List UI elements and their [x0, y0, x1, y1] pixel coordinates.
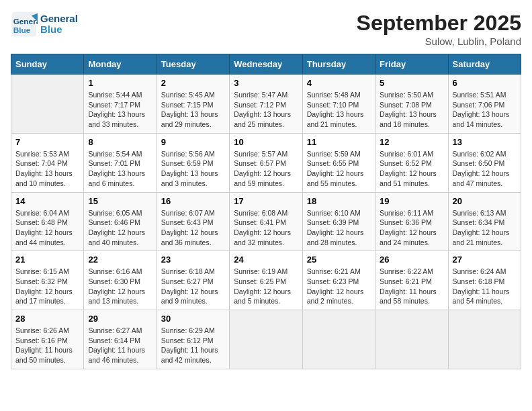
calendar-cell: 25Sunrise: 6:21 AM Sunset: 6:23 PM Dayli… — [302, 251, 375, 310]
day-info: Sunrise: 6:16 AM Sunset: 6:30 PM Dayligh… — [88, 267, 152, 306]
calendar-cell: 19Sunrise: 6:11 AM Sunset: 6:36 PM Dayli… — [375, 192, 448, 251]
day-number: 13 — [453, 137, 517, 147]
weekday-header-wednesday: Wednesday — [230, 54, 302, 75]
weekday-header-row: SundayMondayTuesdayWednesdayThursdayFrid… — [11, 54, 521, 75]
day-info: Sunrise: 6:15 AM Sunset: 6:32 PM Dayligh… — [15, 267, 79, 306]
calendar-cell: 21Sunrise: 6:15 AM Sunset: 6:32 PM Dayli… — [11, 251, 84, 310]
day-info: Sunrise: 6:10 AM Sunset: 6:39 PM Dayligh… — [307, 208, 371, 248]
calendar-cell: 2Sunrise: 5:45 AM Sunset: 7:15 PM Daylig… — [157, 75, 229, 134]
weekday-header-tuesday: Tuesday — [157, 54, 229, 75]
day-number: 26 — [380, 255, 443, 265]
day-info: Sunrise: 5:45 AM Sunset: 7:15 PM Dayligh… — [161, 90, 225, 130]
calendar-cell: 12Sunrise: 6:01 AM Sunset: 6:52 PM Dayli… — [375, 133, 448, 192]
day-number: 14 — [15, 196, 79, 206]
calendar-cell — [448, 310, 521, 369]
day-info: Sunrise: 5:57 AM Sunset: 6:57 PM Dayligh… — [234, 149, 298, 189]
calendar-cell: 15Sunrise: 6:05 AM Sunset: 6:46 PM Dayli… — [84, 192, 157, 251]
day-number: 22 — [88, 255, 152, 265]
calendar-cell: 22Sunrise: 6:16 AM Sunset: 6:30 PM Dayli… — [84, 251, 157, 310]
logo-text-line2: Blue — [40, 24, 78, 36]
day-info: Sunrise: 6:22 AM Sunset: 6:21 PM Dayligh… — [380, 267, 443, 306]
day-info: Sunrise: 6:01 AM Sunset: 6:52 PM Dayligh… — [380, 149, 443, 189]
calendar-cell: 11Sunrise: 5:59 AM Sunset: 6:55 PM Dayli… — [302, 133, 375, 192]
day-info: Sunrise: 6:26 AM Sunset: 6:16 PM Dayligh… — [15, 326, 79, 365]
day-info: Sunrise: 6:11 AM Sunset: 6:36 PM Dayligh… — [380, 208, 443, 248]
page-header: General Blue General Blue September 2025… — [11, 11, 521, 47]
day-number: 18 — [307, 196, 371, 206]
day-info: Sunrise: 6:18 AM Sunset: 6:27 PM Dayligh… — [161, 267, 225, 306]
day-info: Sunrise: 6:29 AM Sunset: 6:12 PM Dayligh… — [161, 326, 225, 365]
calendar-cell: 8Sunrise: 5:54 AM Sunset: 7:01 PM Daylig… — [84, 133, 157, 192]
day-number: 1 — [88, 78, 152, 88]
day-number: 21 — [15, 255, 79, 265]
calendar-cell — [230, 310, 302, 369]
day-number: 6 — [453, 78, 517, 88]
calendar-cell: 1Sunrise: 5:44 AM Sunset: 7:17 PM Daylig… — [84, 75, 157, 134]
calendar-cell: 14Sunrise: 6:04 AM Sunset: 6:48 PM Dayli… — [11, 192, 84, 251]
svg-text:Blue: Blue — [13, 26, 31, 35]
calendar-cell: 9Sunrise: 5:56 AM Sunset: 6:59 PM Daylig… — [157, 133, 229, 192]
day-info: Sunrise: 6:27 AM Sunset: 6:14 PM Dayligh… — [88, 326, 152, 365]
day-number: 4 — [307, 78, 371, 88]
day-info: Sunrise: 5:53 AM Sunset: 7:04 PM Dayligh… — [15, 149, 79, 189]
calendar-cell: 23Sunrise: 6:18 AM Sunset: 6:27 PM Dayli… — [157, 251, 229, 310]
logo: General Blue General Blue — [11, 11, 78, 38]
location: Sulow, Lublin, Poland — [357, 36, 521, 47]
day-info: Sunrise: 6:04 AM Sunset: 6:48 PM Dayligh… — [15, 208, 79, 248]
day-number: 2 — [161, 78, 225, 88]
day-info: Sunrise: 6:24 AM Sunset: 6:18 PM Dayligh… — [453, 267, 517, 306]
calendar-cell: 16Sunrise: 6:07 AM Sunset: 6:43 PM Dayli… — [157, 192, 229, 251]
calendar-cell: 20Sunrise: 6:13 AM Sunset: 6:34 PM Dayli… — [448, 192, 521, 251]
day-number: 30 — [161, 314, 225, 324]
calendar-cell: 6Sunrise: 5:51 AM Sunset: 7:06 PM Daylig… — [448, 75, 521, 134]
calendar-cell: 17Sunrise: 6:08 AM Sunset: 6:41 PM Dayli… — [230, 192, 302, 251]
calendar-cell: 5Sunrise: 5:50 AM Sunset: 7:08 PM Daylig… — [375, 75, 448, 134]
day-info: Sunrise: 5:50 AM Sunset: 7:08 PM Dayligh… — [380, 90, 443, 130]
day-info: Sunrise: 6:08 AM Sunset: 6:41 PM Dayligh… — [234, 208, 298, 248]
day-number: 25 — [307, 255, 371, 265]
title-block: September 2025 Sulow, Lublin, Poland — [357, 11, 521, 47]
day-number: 12 — [380, 137, 443, 147]
day-number: 19 — [380, 196, 443, 206]
day-number: 5 — [380, 78, 443, 88]
day-number: 24 — [234, 255, 298, 265]
calendar-cell: 13Sunrise: 6:02 AM Sunset: 6:50 PM Dayli… — [448, 133, 521, 192]
calendar-cell: 3Sunrise: 5:47 AM Sunset: 7:12 PM Daylig… — [230, 75, 302, 134]
weekday-header-sunday: Sunday — [11, 54, 84, 75]
week-row-3: 14Sunrise: 6:04 AM Sunset: 6:48 PM Dayli… — [11, 192, 521, 251]
day-number: 7 — [15, 137, 79, 147]
weekday-header-monday: Monday — [84, 54, 157, 75]
day-info: Sunrise: 5:54 AM Sunset: 7:01 PM Dayligh… — [88, 149, 152, 189]
day-info: Sunrise: 5:59 AM Sunset: 6:55 PM Dayligh… — [307, 149, 371, 189]
calendar-cell: 27Sunrise: 6:24 AM Sunset: 6:18 PM Dayli… — [448, 251, 521, 310]
day-info: Sunrise: 6:02 AM Sunset: 6:50 PM Dayligh… — [453, 149, 517, 189]
day-number: 15 — [88, 196, 152, 206]
day-info: Sunrise: 5:48 AM Sunset: 7:10 PM Dayligh… — [307, 90, 371, 130]
day-info: Sunrise: 6:13 AM Sunset: 6:34 PM Dayligh… — [453, 208, 517, 248]
calendar-cell: 10Sunrise: 5:57 AM Sunset: 6:57 PM Dayli… — [230, 133, 302, 192]
day-info: Sunrise: 6:19 AM Sunset: 6:25 PM Dayligh… — [234, 267, 298, 306]
day-number: 11 — [307, 137, 371, 147]
calendar-cell: 18Sunrise: 6:10 AM Sunset: 6:39 PM Dayli… — [302, 192, 375, 251]
calendar-cell — [375, 310, 448, 369]
week-row-4: 21Sunrise: 6:15 AM Sunset: 6:32 PM Dayli… — [11, 251, 521, 310]
logo-text-line1: General — [40, 13, 78, 25]
weekday-header-thursday: Thursday — [302, 54, 375, 75]
day-info: Sunrise: 6:21 AM Sunset: 6:23 PM Dayligh… — [307, 267, 371, 306]
day-info: Sunrise: 6:05 AM Sunset: 6:46 PM Dayligh… — [88, 208, 152, 248]
day-number: 10 — [234, 137, 298, 147]
calendar-cell: 7Sunrise: 5:53 AM Sunset: 7:04 PM Daylig… — [11, 133, 84, 192]
day-number: 28 — [15, 314, 79, 324]
calendar-cell: 28Sunrise: 6:26 AM Sunset: 6:16 PM Dayli… — [11, 310, 84, 369]
day-number: 8 — [88, 137, 152, 147]
day-number: 27 — [453, 255, 517, 265]
day-info: Sunrise: 6:07 AM Sunset: 6:43 PM Dayligh… — [161, 208, 225, 248]
day-info: Sunrise: 5:56 AM Sunset: 6:59 PM Dayligh… — [161, 149, 225, 189]
day-number: 9 — [161, 137, 225, 147]
week-row-1: 1Sunrise: 5:44 AM Sunset: 7:17 PM Daylig… — [11, 75, 521, 134]
calendar-cell: 4Sunrise: 5:48 AM Sunset: 7:10 PM Daylig… — [302, 75, 375, 134]
day-number: 17 — [234, 196, 298, 206]
calendar-table: SundayMondayTuesdayWednesdayThursdayFrid… — [11, 54, 521, 369]
calendar-cell: 26Sunrise: 6:22 AM Sunset: 6:21 PM Dayli… — [375, 251, 448, 310]
day-number: 16 — [161, 196, 225, 206]
